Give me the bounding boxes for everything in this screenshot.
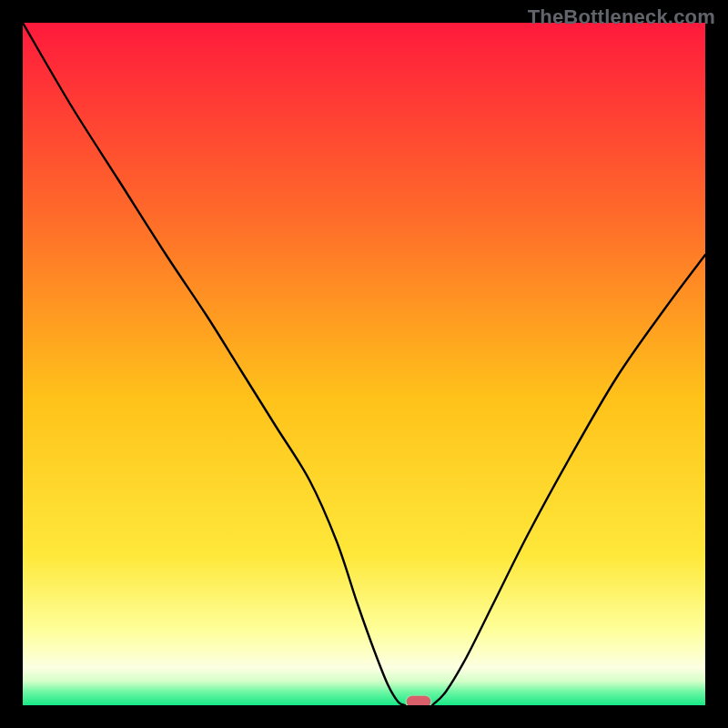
- bottleneck-chart: [23, 23, 705, 705]
- optimal-marker: [406, 695, 431, 705]
- gradient-background: [23, 23, 705, 705]
- chart-frame: TheBottleneck.com: [0, 0, 728, 728]
- plot-area: [23, 23, 705, 705]
- watermark-text: TheBottleneck.com: [528, 5, 715, 29]
